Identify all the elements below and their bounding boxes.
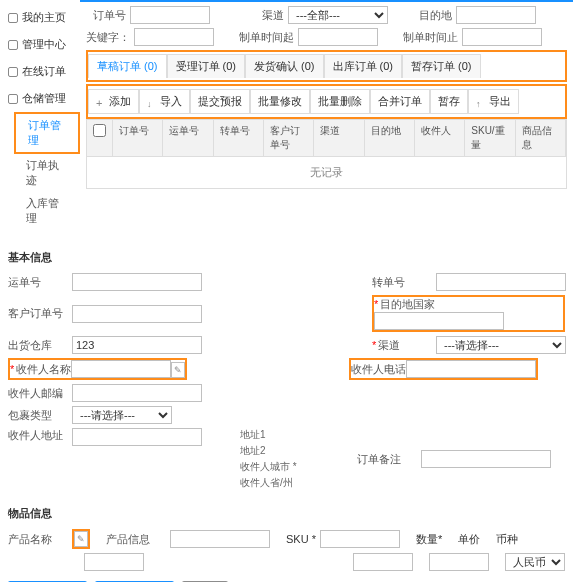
lbl-order-no: 订单号 — [86, 8, 126, 23]
lbl-time-start: 制单时间起 — [234, 30, 294, 45]
dest-input[interactable] — [456, 6, 536, 24]
box-icon — [8, 94, 18, 104]
tab-hold[interactable]: 暂存订单 (0) — [402, 54, 481, 78]
list-icon — [8, 67, 18, 77]
sub-inbound[interactable]: 入库管理 — [14, 192, 80, 230]
tab-outbound[interactable]: 出库订单 (0) — [324, 54, 403, 78]
prod-edit-icon[interactable] — [74, 531, 88, 547]
order-table-head: 订单号 运单号 转单号 客户订单号 渠道 目的地 收件人 SKU/重量 商品信息 — [86, 119, 567, 157]
lbl-custorder: 客户订单号 — [8, 306, 68, 321]
order-tabs: 草稿订单 (0) 受理订单 (0) 发货确认 (0) 出库订单 (0) 暂存订单… — [88, 54, 565, 78]
ship-no-input[interactable] — [72, 273, 202, 291]
lbl-channel: 渠道 — [244, 8, 284, 23]
th-dest: 目的地 — [365, 120, 415, 156]
lbl-pkgtype: 包裹类型 — [8, 408, 68, 423]
lbl-price: 单价 — [458, 532, 480, 547]
currency-select[interactable]: 人民币 — [505, 553, 565, 571]
channel-select[interactable]: ---全部--- — [288, 6, 388, 24]
th-goods: 商品信息 — [516, 120, 566, 156]
upload-icon — [476, 97, 486, 107]
basic-form: 运单号 转单号 客户订单号 目的地国家 出货仓库 渠道---请选择--- 收件人… — [0, 273, 573, 490]
qty-input[interactable] — [353, 553, 413, 571]
side-admin[interactable]: 管理中心 — [0, 31, 80, 58]
sub-order-track[interactable]: 订单执迹 — [14, 154, 80, 192]
lbl-sku: SKU * — [286, 533, 316, 545]
select-all-chk[interactable] — [93, 124, 106, 137]
lbl-recvzip: 收件人邮编 — [8, 386, 68, 401]
prod-name-input[interactable] — [84, 553, 144, 571]
toolbar: 添加 导入 提交预报 批量修改 批量删除 合并订单 暂存 导出 — [88, 89, 565, 114]
addr-sub-labels: 地址1 地址2 收件人城市 * 收件人省/州 — [240, 428, 297, 490]
trans-no-input[interactable] — [436, 273, 566, 291]
lbl-dest-country: 目的地国家 — [374, 298, 435, 310]
time-start-input[interactable] — [298, 28, 378, 46]
side-home[interactable]: 我的主页 — [0, 4, 80, 31]
lbl-channel2: 渠道 — [372, 338, 432, 353]
empty-row: 无记录 — [86, 157, 567, 189]
lbl-time-end: 制单时间止 — [398, 30, 458, 45]
th-order: 订单号 — [113, 120, 163, 156]
lbl-qty: 数量* — [416, 532, 442, 547]
lbl-prodinfo: 产品信息 — [106, 532, 166, 547]
edit-icon[interactable] — [171, 362, 185, 378]
lbl-transno: 转单号 — [372, 275, 432, 290]
tab-accepted[interactable]: 受理订单 (0) — [167, 54, 246, 78]
btn-batch-delete[interactable]: 批量删除 — [310, 89, 370, 114]
btn-add[interactable]: 添加 — [88, 89, 139, 114]
sku-input[interactable] — [320, 530, 400, 548]
th-trans: 转单号 — [214, 120, 264, 156]
btn-batch-edit[interactable]: 批量修改 — [250, 89, 310, 114]
recv-addr-input[interactable] — [72, 428, 202, 446]
btn-submit-forecast[interactable]: 提交预报 — [190, 89, 250, 114]
recv-name-input[interactable] — [71, 360, 171, 378]
prod-info-input[interactable] — [170, 530, 270, 548]
keyword-input[interactable] — [134, 28, 214, 46]
plus-icon — [96, 97, 106, 107]
remark-input[interactable] — [421, 450, 551, 468]
sidebar: 我的主页 管理中心 在线订单 仓储管理 订单管理 订单执迹 入库管理 — [0, 0, 80, 234]
goods-title: 物品信息 — [8, 506, 573, 521]
main-panel: 订单号 渠道 ---全部--- 目的地 关键字： 制单时间起 制单时间止 草稿订… — [80, 0, 573, 234]
dest-country-input[interactable] — [374, 312, 504, 330]
cust-order-input[interactable] — [72, 305, 202, 323]
out-wh-input[interactable] — [72, 336, 202, 354]
side-warehouse[interactable]: 仓储管理 — [0, 85, 80, 112]
th-sku: SKU/重量 — [465, 120, 515, 156]
lbl-recvname: 收件人名称 — [10, 363, 71, 375]
time-end-input[interactable] — [462, 28, 542, 46]
tab-draft[interactable]: 草稿订单 (0) — [88, 54, 167, 78]
recv-phone-input[interactable] — [406, 360, 536, 378]
lbl-currency: 币种 — [496, 532, 518, 547]
tab-ship-confirm[interactable]: 发货确认 (0) — [245, 54, 324, 78]
side-online[interactable]: 在线订单 — [0, 58, 80, 85]
th-ship: 运单号 — [163, 120, 213, 156]
lbl-recvaddr: 收件人地址 — [8, 428, 68, 443]
gear-icon — [8, 40, 18, 50]
th-channel: 渠道 — [314, 120, 364, 156]
home-icon — [8, 13, 18, 23]
lbl-prodname: 产品名称 — [8, 532, 68, 547]
lbl-keyword: 关键字： — [86, 30, 130, 45]
lbl-remark: 订单备注 — [357, 452, 417, 467]
lbl-dest: 目的地 — [412, 8, 452, 23]
basic-info-title: 基本信息 — [8, 250, 573, 265]
download-icon — [147, 97, 157, 107]
btn-export[interactable]: 导出 — [468, 89, 519, 114]
lbl-outwh: 出货仓库 — [8, 338, 68, 353]
order-no-input[interactable] — [130, 6, 210, 24]
lbl-recvphone: 收件人电话 — [351, 363, 406, 375]
sub-order-mgmt[interactable]: 订单管理 — [14, 112, 80, 154]
btn-hold[interactable]: 暂存 — [430, 89, 468, 114]
pkg-type-select[interactable]: ---请选择--- — [72, 406, 172, 424]
btn-import[interactable]: 导入 — [139, 89, 190, 114]
lbl-shipno: 运单号 — [8, 275, 68, 290]
price-input[interactable] — [429, 553, 489, 571]
btn-merge[interactable]: 合并订单 — [370, 89, 430, 114]
recv-zip-input[interactable] — [72, 384, 202, 402]
channel2-select[interactable]: ---请选择--- — [436, 336, 566, 354]
th-recv: 收件人 — [415, 120, 465, 156]
th-cust: 客户订单号 — [264, 120, 314, 156]
